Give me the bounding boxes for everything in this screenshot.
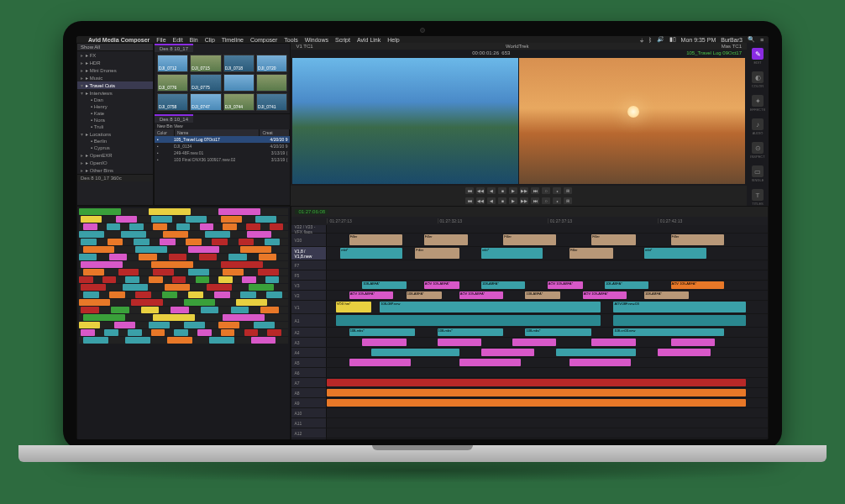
menu-icon[interactable]: ≡ xyxy=(760,37,764,43)
track-lane[interactable] xyxy=(327,408,768,417)
transport-button[interactable]: ○ xyxy=(542,187,550,194)
track-label[interactable]: V2 xyxy=(291,291,327,300)
track-label[interactable]: V1 xyxy=(291,301,327,313)
track-lane[interactable]: AOV 109-ABFA*108-ABFA*AOV 109-ABFA*108-A… xyxy=(327,291,768,300)
track-lane[interactable]: mbt*Fillermbt*Fillermbt* xyxy=(327,247,768,260)
track-label[interactable]: A11 xyxy=(291,418,327,428)
folder-item[interactable]: ▸▸ HDR xyxy=(77,59,153,66)
timeline-clip[interactable]: Filler xyxy=(503,234,556,245)
timeline-clip[interactable] xyxy=(336,315,601,326)
timeline-clip[interactable]: AOV 109-ABFA* xyxy=(459,291,503,299)
track-lane[interactable]: 108-ABFA*AOV 109-ABFA*108-ABFA*AOV 109-A… xyxy=(327,281,768,290)
tool-color[interactable]: ◐COLOR xyxy=(750,71,765,88)
track-lane[interactable] xyxy=(327,388,768,397)
show-all-button[interactable]: Show All xyxy=(77,44,153,51)
timeline-clip[interactable] xyxy=(459,359,521,366)
tool-titles[interactable]: TTITLES xyxy=(750,189,765,206)
tool-inspect[interactable]: ⊙INSPECT xyxy=(750,142,765,159)
timeline-clip[interactable]: Filler xyxy=(424,234,468,245)
track-lane[interactable] xyxy=(327,428,768,438)
clip-thumbnail[interactable]: DJI_0744 xyxy=(223,93,255,111)
menu-clip[interactable]: Clip xyxy=(205,37,215,43)
clip-thumbnail[interactable]: DJI_0715 xyxy=(190,55,221,72)
bluetooth-icon[interactable]: ᛒ xyxy=(648,37,652,43)
timeline-clip[interactable] xyxy=(349,359,411,366)
clip-thumbnail[interactable]: DJI_0720 xyxy=(256,55,287,72)
folder-child[interactable]: ▪ Cyprus xyxy=(77,144,153,151)
bin-list-row[interactable]: ▪105_Travel Log 07Oct174/20/20 9 xyxy=(155,136,290,143)
folder-child[interactable]: ▪ Dan xyxy=(77,97,153,103)
track-label[interactable]: F5 xyxy=(291,270,327,280)
track-lane[interactable] xyxy=(327,418,768,428)
timeline-clip[interactable]: AOV 109-ABFA* xyxy=(548,281,583,289)
map-track[interactable] xyxy=(79,329,288,336)
clip-thumbnail[interactable] xyxy=(223,74,255,92)
clip-thumbnail[interactable]: DJI_0741 xyxy=(256,93,287,111)
transport-button[interactable]: ⏮ xyxy=(465,187,474,194)
timeline-clip[interactable] xyxy=(371,349,459,356)
timeline-clip[interactable]: 108-ABFA* xyxy=(481,281,525,289)
timeline-clip[interactable]: Filler xyxy=(591,234,635,245)
transport-button[interactable]: ○ xyxy=(542,197,550,204)
timeline-clip[interactable]: AOV 109-ABFA* xyxy=(583,291,627,299)
transport-button[interactable]: ⬥ xyxy=(553,197,561,204)
track-label[interactable]: V3 xyxy=(291,281,327,290)
folder-child[interactable]: ▪ Truli xyxy=(77,123,153,130)
tool-audio[interactable]: ♪AUDIO xyxy=(750,118,765,135)
track-lane[interactable]: VOX hm*108-08P.newAOV.08F.new.03 xyxy=(327,301,768,313)
transport-button[interactable]: ◀ xyxy=(487,187,496,194)
map-track[interactable] xyxy=(79,284,288,291)
timeline-clip[interactable]: mbt* xyxy=(340,248,402,259)
track-lane[interactable] xyxy=(327,270,768,280)
menu-script[interactable]: Script xyxy=(335,37,350,43)
bin-tab[interactable]: Des 8 10_17 xyxy=(155,44,193,52)
menu-avidlink[interactable]: Avid Link xyxy=(357,37,381,43)
map-track[interactable] xyxy=(79,223,288,230)
marker-track-label[interactable]: V22 / V23 - VFX flags xyxy=(291,225,327,233)
menu-bin[interactable]: Bin xyxy=(190,37,198,43)
timeline-clip[interactable]: mbt* xyxy=(481,248,543,259)
folder-item[interactable]: ▾▸ Interviews xyxy=(77,89,153,97)
folder-item[interactable]: ▸▸ FX xyxy=(77,51,153,59)
transport-button[interactable]: ◀◀ xyxy=(476,197,485,204)
track-lane[interactable]: 108-mbs*108-mbs*108-mbs*108.cn03.new xyxy=(327,328,768,337)
track-label[interactable]: A4 xyxy=(291,348,327,357)
source-monitor[interactable] xyxy=(292,58,518,184)
timeline-clip[interactable] xyxy=(569,359,631,366)
transport-button[interactable]: ⏭ xyxy=(531,197,539,204)
bin-list-tab[interactable]: Des 8 10_14 xyxy=(155,114,193,123)
map-track[interactable] xyxy=(79,276,288,283)
transport-button[interactable]: ◀ xyxy=(487,197,496,204)
volume-icon[interactable]: 🔊 xyxy=(657,36,664,43)
transport-button[interactable]: ⏭ xyxy=(531,187,539,194)
track-lane[interactable] xyxy=(327,314,768,327)
timeline-clip[interactable] xyxy=(591,339,635,346)
map-track[interactable] xyxy=(79,307,288,313)
current-timecode[interactable]: 01:27:06:08 xyxy=(295,209,328,214)
timeline-clip[interactable]: 108.cn03.new xyxy=(613,328,723,336)
tool-effects[interactable]: ✦EFFECTS xyxy=(750,95,765,112)
transport-button[interactable]: ▶▶ xyxy=(520,187,528,194)
map-track[interactable] xyxy=(79,299,288,306)
timeline-clip[interactable] xyxy=(658,349,711,356)
menu-help[interactable]: Help xyxy=(387,37,399,43)
transport-button[interactable]: ■ xyxy=(498,187,506,194)
menu-edit[interactable]: Edit xyxy=(173,37,183,43)
map-track[interactable] xyxy=(79,337,288,344)
timeline-clip[interactable]: AOV 109-ABFA* xyxy=(671,281,724,289)
clip-thumbnail[interactable]: DJI_0718 xyxy=(223,55,255,72)
clip-thumbnail[interactable]: DJI_0775 xyxy=(190,74,221,92)
track-label[interactable]: A1 xyxy=(291,314,327,327)
map-track[interactable] xyxy=(79,231,288,238)
menu-windows[interactable]: Windows xyxy=(305,37,328,43)
timeline-clip[interactable]: mbt* xyxy=(644,248,706,259)
timeline-clip[interactable]: Filler xyxy=(415,248,459,259)
tool-single[interactable]: ▭SINGLE xyxy=(750,165,765,182)
track-label[interactable]: A5 xyxy=(291,358,327,367)
folder-item[interactable]: ▸▸ Other Bins xyxy=(77,166,153,174)
menu-composer[interactable]: Composer xyxy=(250,37,277,43)
timeline-clip[interactable]: VOX hm* xyxy=(336,302,371,312)
map-track[interactable] xyxy=(79,291,288,298)
transport-button[interactable]: ⊞ xyxy=(564,197,572,204)
timeline-clip[interactable]: 108-mbs* xyxy=(349,328,416,336)
